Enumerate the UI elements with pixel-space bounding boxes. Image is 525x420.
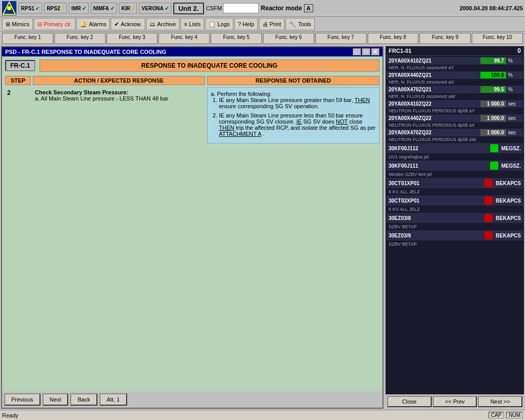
procedure-panel: PSD - FR-C.1 RESPONSE TO INADEQUATE CORE… bbox=[1, 46, 383, 409]
frc-indicator-row: 30KF00J112MEGSZ.UV1 vegrehajtva jel bbox=[387, 143, 523, 160]
frc-indicator-row: 30CT02XP01BEKAPCS6 KV ALL JELZ bbox=[387, 195, 523, 212]
frc-indicator-row: 30KF00J111MEGSZ.Minden SZBV lent jel bbox=[387, 161, 523, 177]
primary-cir-button[interactable]: ⊟ Primary cir. bbox=[34, 18, 75, 30]
frc-next-button[interactable]: Next >> bbox=[478, 396, 522, 407]
csfm-label: CSFM bbox=[206, 5, 222, 11]
reactor-mode-label: Reactor mode bbox=[261, 5, 302, 12]
status-indicators: CAP NUM bbox=[489, 412, 523, 418]
print-icon: 🖨 bbox=[262, 21, 268, 27]
frc-header: FRC1-01 0 bbox=[386, 46, 524, 56]
help-button[interactable]: ? Help bbox=[234, 18, 258, 30]
func-key-2[interactable]: Func. key 2 bbox=[54, 33, 106, 44]
col-response-header: RESPONSE NOT OBTAINED bbox=[207, 76, 379, 85]
rps2-badge[interactable]: RPS2 ? bbox=[44, 3, 67, 14]
func-key-1[interactable]: Func. key 1 bbox=[2, 33, 53, 44]
frc-meter-row: 20YA00X470ZQ2199.5%NER, N. FLUXUS osszev… bbox=[387, 86, 523, 99]
kir-badge[interactable]: KIR ● bbox=[119, 3, 137, 14]
frc-rows: 20YA00X410ZQ2199.7%NER, N. FLUXUS osszev… bbox=[386, 56, 524, 394]
func-key-5[interactable]: Func. key 5 bbox=[211, 33, 262, 44]
indicator-dot bbox=[484, 196, 493, 205]
panel-controls: _ □ ✕ bbox=[353, 48, 379, 55]
indicator-dot bbox=[484, 179, 493, 187]
close-panel-button[interactable]: ✕ bbox=[371, 48, 379, 55]
lists-icon: ≡ bbox=[184, 21, 187, 27]
status-bar: Ready CAP NUM bbox=[0, 410, 525, 420]
function-keys-bar: Func. key 1Func. key 2Func. key 3Func. k… bbox=[0, 32, 525, 45]
restore-button[interactable]: □ bbox=[362, 48, 370, 55]
step-response-item-2: IE any Main Steam Line pressure less tha… bbox=[219, 112, 376, 137]
kir-warn-icon: ● bbox=[131, 6, 134, 11]
cap-indicator: CAP bbox=[489, 412, 504, 418]
frc-indicator-row: 30EZ03/8BEKAPCSSZBV BETAP bbox=[387, 213, 523, 230]
col-step-header: STEP bbox=[5, 76, 31, 85]
alarms-button[interactable]: 🔔 Alarms bbox=[76, 18, 110, 30]
verona-badge[interactable]: VERONA ✔ bbox=[139, 3, 171, 14]
step-action: Check Secondary Steam Pressure: a. All M… bbox=[33, 87, 205, 144]
archive-button[interactable]: 🗂 Archive bbox=[146, 18, 179, 30]
previous-button[interactable]: Previous bbox=[4, 393, 41, 406]
frc-indicator-row: 30CT01XP01BEKAPCS6 KV ALL JELZ bbox=[387, 178, 523, 195]
rps2-warn-icon: ? bbox=[61, 6, 64, 11]
acknow-button[interactable]: ✔ Acknow. bbox=[111, 18, 145, 30]
svg-point-2 bbox=[7, 6, 11, 10]
print-button[interactable]: 🖨 Print bbox=[259, 18, 285, 30]
mimics-icon: ⊞ bbox=[6, 21, 10, 28]
logs-icon: 📋 bbox=[209, 21, 216, 28]
frc-indicator-row: 30EZ03/9BEKAPCSSZBV BETAP bbox=[387, 230, 523, 247]
func-key-4[interactable]: Func. key 4 bbox=[158, 33, 210, 44]
rps1-check-icon: ✔ bbox=[35, 6, 39, 11]
indicator-dot bbox=[484, 214, 493, 222]
procedure-step: 2 Check Secondary Steam Pressure: a. All… bbox=[5, 87, 379, 144]
nimfa-badge[interactable]: NIMFA ✔ bbox=[91, 3, 117, 14]
func-key-8[interactable]: Func. key 8 bbox=[368, 33, 419, 44]
status-ready: Ready bbox=[2, 412, 18, 418]
frc-panel: FRC1-01 0 20YA00X410ZQ2199.7%NER, N. FLU… bbox=[386, 46, 524, 409]
func-key-10[interactable]: Func. key 10 bbox=[472, 33, 523, 44]
procedure-header: FR-C.1 RESPONSE TO INADEQUATE CORE COOLI… bbox=[5, 59, 379, 72]
att1-button[interactable]: Att. 1 bbox=[99, 393, 127, 406]
alarms-icon: 🔔 bbox=[80, 21, 87, 28]
primary-cir-icon: ⊟ bbox=[37, 21, 42, 28]
step-number: 2 bbox=[5, 87, 31, 144]
mimics-button[interactable]: ⊞ Mimics bbox=[2, 18, 33, 30]
func-key-3[interactable]: Func. key 3 bbox=[107, 33, 158, 44]
main-layout: PSD - FR-C.1 RESPONSE TO INADEQUATE CORE… bbox=[0, 45, 525, 410]
logs-button[interactable]: 📋 Logs bbox=[205, 18, 233, 30]
nimfa-check-icon: ✔ bbox=[110, 6, 114, 11]
num-indicator: NUM bbox=[506, 412, 523, 418]
indicator-dot bbox=[490, 162, 498, 170]
step-response: a. Perform the following: IE any Main St… bbox=[207, 87, 379, 144]
timestamp: 2000.04.20 08:44:27.425 bbox=[459, 5, 523, 11]
frc-meter-row: 20YA00X410ZQ221 000.0secNEUTRON FLUXUS P… bbox=[387, 100, 523, 114]
col-action-header: ACTION / EXPECTED RESPONSE bbox=[33, 76, 205, 85]
panel-title: PSD - FR-C.1 RESPONSE TO INADEQUATE CORE… bbox=[5, 49, 166, 55]
lists-button[interactable]: ≡ Lists bbox=[180, 18, 204, 30]
step-action-title: Check Secondary Steam Pressure: bbox=[35, 89, 128, 95]
acknow-icon: ✔ bbox=[114, 21, 119, 28]
tools-button[interactable]: 🔧 Tools bbox=[286, 18, 315, 30]
csfm-area: CSFM bbox=[206, 3, 259, 13]
archive-icon: 🗂 bbox=[150, 21, 155, 27]
back-button[interactable]: Back bbox=[70, 393, 97, 406]
app-logo bbox=[2, 1, 16, 15]
next-button[interactable]: Next bbox=[43, 393, 69, 406]
func-key-7[interactable]: Func. key 7 bbox=[315, 33, 367, 44]
step-response-item-1: IE any Main Steam Line pressure greater … bbox=[219, 97, 376, 109]
frc-prev-button[interactable]: << Prev bbox=[433, 396, 477, 407]
top-bar: RPS1 ✔ RPS2 ? IMR ✔ NIMFA ✔ KIR ● VERONA… bbox=[0, 0, 525, 16]
imr-badge[interactable]: IMR ✔ bbox=[69, 3, 88, 14]
procedure-footer: Previous Next Back Att. 1 bbox=[2, 391, 382, 408]
func-key-9[interactable]: Func. key 9 bbox=[419, 33, 471, 44]
procedure-content: FR-C.1 RESPONSE TO INADEQUATE CORE COOLI… bbox=[2, 56, 382, 391]
minimize-button[interactable]: _ bbox=[353, 48, 361, 55]
tools-icon: 🔧 bbox=[289, 21, 296, 28]
rps1-badge[interactable]: RPS1 ✔ bbox=[18, 3, 42, 14]
frc-close-button[interactable]: Close bbox=[387, 396, 432, 407]
frc-title: FRC1-01 bbox=[389, 48, 412, 54]
indicator-dot bbox=[484, 231, 493, 239]
indicator-dot bbox=[490, 144, 498, 152]
frc-meter-row: 20YA00X470ZQ221 000.0secNEUTRON FLUXUS P… bbox=[387, 129, 523, 143]
func-key-6[interactable]: Func. key 6 bbox=[263, 33, 314, 44]
csfm-input[interactable] bbox=[223, 3, 259, 13]
toolbar: ⊞ Mimics ⊟ Primary cir. 🔔 Alarms ✔ Ackno… bbox=[0, 16, 525, 32]
